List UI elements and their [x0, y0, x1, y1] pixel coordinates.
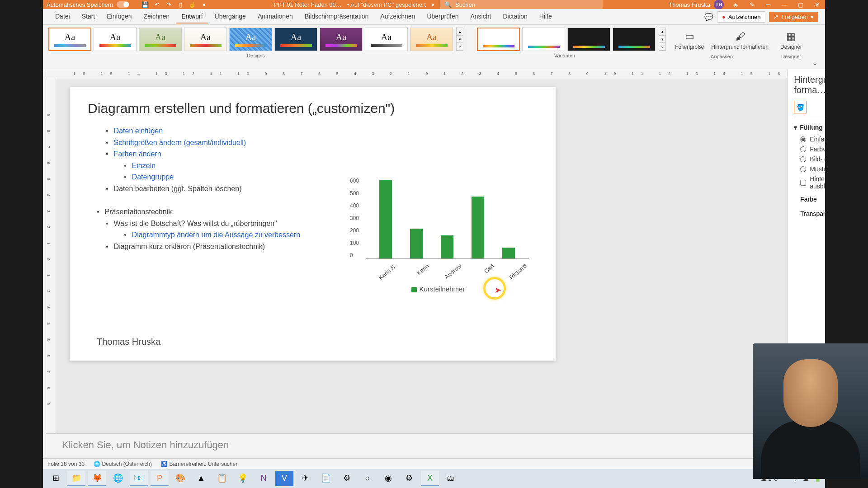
obs-icon[interactable]: ⚙	[338, 471, 356, 486]
tab-animationen[interactable]: Animationen	[252, 10, 298, 23]
tab-aufzeichnen[interactable]: Aufzeichnen	[375, 10, 420, 23]
theme-thumb[interactable]: Aa	[229, 28, 272, 51]
app-icon[interactable]: ○	[359, 471, 377, 486]
tab-ansicht[interactable]: Ansicht	[465, 10, 496, 23]
avatar: TH	[714, 0, 724, 9]
save-icon[interactable]: 💾	[142, 1, 149, 8]
webcam-overlay	[753, 343, 868, 479]
start-button[interactable]: ⊞	[47, 471, 65, 486]
format-background-button[interactable]: 🖌Hintergrund formatieren	[708, 28, 772, 52]
variant-thumb[interactable]	[567, 28, 610, 51]
excel-icon[interactable]: X	[421, 471, 439, 486]
search-icon: 🔍	[444, 1, 452, 8]
app-icon[interactable]: ◉	[379, 471, 397, 486]
slide-canvas[interactable]: Diagramm erstellen und formatieren („cus…	[70, 87, 556, 361]
theme-thumb[interactable]: Aa	[48, 28, 91, 51]
collapse-ribbon-icon[interactable]: ⌄	[810, 56, 820, 69]
slide-author[interactable]: Thomas Hruska	[97, 337, 160, 347]
minimize-button[interactable]: —	[780, 0, 789, 9]
notes-pane[interactable]: Klicken Sie, um Notizen hinzuzufügen	[46, 433, 787, 458]
tab-datei[interactable]: Datei	[50, 10, 75, 23]
radio-gradient-fill[interactable]: Farbverlauf	[800, 145, 825, 153]
telegram-icon[interactable]: ✈	[296, 471, 314, 486]
radio-picture-fill[interactable]: Bild- oder Texturfüllung	[800, 155, 825, 163]
record-button[interactable]: ●Aufzeichnen	[717, 11, 765, 23]
chrome-icon[interactable]: 🌐	[109, 471, 127, 486]
powerpoint-icon[interactable]: P	[151, 471, 169, 486]
settings-icon[interactable]: ⚙	[400, 471, 418, 486]
tab-start[interactable]: Start	[76, 10, 101, 23]
tab-dictation[interactable]: Dictation	[497, 10, 533, 23]
chart-bar[interactable]	[379, 180, 392, 258]
theme-thumb[interactable]: Aa	[184, 28, 227, 51]
radio-pattern-fill[interactable]: Musterfüllung	[800, 165, 825, 173]
chart-bar[interactable]	[502, 248, 515, 258]
user-account[interactable]: Thomas Hruska TH	[669, 0, 724, 9]
save-location[interactable]: • Auf "diesem PC" gespeichert	[347, 1, 426, 8]
close-button[interactable]: ✕	[812, 0, 821, 9]
language-status[interactable]: 🌐 Deutsch (Österreich)	[94, 461, 152, 467]
ribbon-content: Aa Aa Aa Aa Aa Aa Aa Aa Aa ▴▾▿ Designs ▴…	[43, 25, 825, 69]
app-icon[interactable]: V	[275, 471, 293, 486]
tab-hilfe[interactable]: Hilfe	[534, 10, 557, 23]
gallery-scroll[interactable]: ▴▾▿	[659, 28, 666, 51]
checkbox-hide-bg[interactable]: Hintergrundgrafiken ausblenden	[800, 175, 825, 190]
slide-title[interactable]: Diagramm erstellen und formatieren („cus…	[88, 101, 538, 116]
search-input[interactable]: 🔍 Suchen	[440, 0, 603, 9]
maximize-button[interactable]: ▢	[796, 0, 805, 9]
color-label: Farbe	[800, 196, 817, 203]
theme-thumb[interactable]: Aa	[320, 28, 363, 51]
tab-einfuegen[interactable]: Einfügen	[101, 10, 137, 23]
diamond-icon[interactable]: ◈	[731, 0, 740, 9]
redo-icon[interactable]: ↷	[165, 1, 172, 8]
fill-tab-icon[interactable]: 🪣	[794, 101, 807, 113]
gallery-scroll[interactable]: ▴▾▿	[456, 28, 463, 51]
chevron-down-icon[interactable]: ▾	[431, 1, 434, 8]
tab-ueberpruefen[interactable]: Überprüfen	[421, 10, 464, 23]
autosave-toggle[interactable]: Automatisches Speichern	[47, 1, 129, 8]
tab-zeichnen[interactable]: Zeichnen	[138, 10, 175, 23]
chart-x-labels: Karin B.KarinAndrewCarlRichard	[366, 263, 528, 269]
theme-thumb[interactable]: Aa	[94, 28, 137, 51]
tab-uebergaenge[interactable]: Übergänge	[209, 10, 251, 23]
tab-entwurf[interactable]: Entwurf	[176, 10, 208, 23]
variant-thumb[interactable]	[477, 28, 520, 51]
share-button[interactable]: ↗Freigeben▾	[769, 12, 818, 22]
pen-icon[interactable]: ✎	[747, 0, 756, 9]
undo-icon[interactable]: ↶	[153, 1, 160, 8]
slide-size-button[interactable]: ▭Foliengröße	[671, 28, 708, 52]
explorer-icon[interactable]: 📁	[67, 471, 85, 486]
accessibility-status[interactable]: ♿ Barrierefreiheit: Untersuchen	[161, 461, 239, 467]
variant-thumb[interactable]	[613, 28, 656, 51]
theme-thumb[interactable]: Aa	[410, 28, 453, 51]
app-icon[interactable]: 💡	[234, 471, 252, 486]
app-icon[interactable]: 📋	[213, 471, 231, 486]
slide-counter[interactable]: Folie 18 von 33	[47, 461, 85, 467]
app-icon[interactable]: 📄	[317, 471, 335, 486]
app-icon[interactable]: 🗂	[442, 471, 460, 486]
app-icon[interactable]: 🎨	[171, 471, 189, 486]
vlc-icon[interactable]: ▲	[192, 471, 210, 486]
variant-thumb[interactable]	[522, 28, 565, 51]
chart-bar[interactable]	[410, 229, 423, 258]
comments-icon[interactable]: 💬	[704, 13, 713, 21]
chart-bar[interactable]	[441, 235, 453, 258]
firefox-icon[interactable]: 🦊	[88, 471, 106, 486]
onenote-icon[interactable]: N	[255, 471, 273, 486]
theme-thumb[interactable]: Aa	[365, 28, 408, 51]
radio-solid-fill[interactable]: Einfarbige Füllung	[800, 136, 825, 143]
chart-bar[interactable]	[472, 197, 484, 258]
qat-more-icon[interactable]: ▾	[200, 1, 208, 8]
thumbnail-panel[interactable]: 15 16 17━━━━━━━━━━━━━━━━━ 18 19 20 21 22…	[43, 69, 46, 458]
tab-bildschirmpraesentation[interactable]: Bildschirmpräsentation	[299, 10, 374, 23]
outlook-icon[interactable]: 📧	[130, 471, 148, 486]
fill-section[interactable]: ▾Füllung	[794, 124, 825, 131]
start-slideshow-icon[interactable]: ▯	[177, 1, 184, 8]
theme-thumb[interactable]: Aa	[139, 28, 182, 51]
designer-button[interactable]: ▦Designer	[777, 28, 806, 52]
theme-thumb[interactable]: Aa	[274, 28, 317, 51]
ribbon-tabs: Datei Start Einfügen Zeichnen Entwurf Üb…	[43, 9, 825, 25]
window-icon[interactable]: ▭	[764, 0, 773, 9]
touch-mode-icon[interactable]: ☝	[189, 1, 196, 8]
toggle-switch[interactable]	[117, 1, 129, 8]
